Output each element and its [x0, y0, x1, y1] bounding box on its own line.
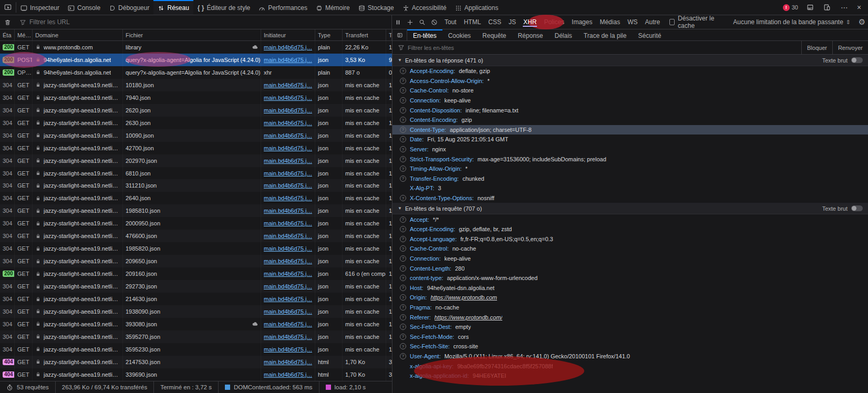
initiator-link[interactable]: main.bd4b6d75.j…	[264, 233, 312, 239]
initiator-link[interactable]: main.bd4b6d75.j…	[264, 346, 312, 353]
tab-console[interactable]: Console	[64, 0, 105, 15]
initiator-link[interactable]: main.bd4b6d75.j…	[264, 95, 312, 101]
request-row[interactable]: 304 GET jazzy-starlight-aeea19.netli… 19…	[0, 204, 392, 217]
help-icon[interactable]: ?	[400, 127, 406, 133]
throttling-dropdown[interactable]: Aucune limitation de la bande passante ⇕	[728, 18, 856, 26]
request-row[interactable]: 304 GET jazzy-starlight-aeea19.netli… 20…	[0, 217, 392, 230]
url-filter-input[interactable]	[29, 18, 391, 26]
request-row[interactable]: 200 GET jazzy-starlight-aeea19.netli… 20…	[0, 267, 392, 280]
filter-chip-ws[interactable]: WS	[624, 17, 641, 27]
header-row[interactable]: ? Content-Encoding: gzip	[392, 115, 868, 125]
header-row[interactable]: ? Strict-Transport-Security: max-age=315…	[392, 154, 868, 164]
header-row[interactable]: ? Accept: */*	[392, 214, 868, 224]
details-tab-d-lais[interactable]: Délais	[549, 29, 577, 40]
header-row[interactable]: X-Alg-PT: 3	[392, 183, 868, 193]
request-row[interactable]: 304 GET jazzy-starlight-aeea19.netli… 68…	[0, 167, 392, 180]
request-row[interactable]: 304 GET jazzy-starlight-aeea19.netli… 26…	[0, 104, 392, 117]
disable-cache-checkbox[interactable]	[669, 19, 675, 25]
details-tab-en-t-tes[interactable]: En-têtes	[407, 29, 442, 40]
help-icon[interactable]: ?	[400, 146, 406, 152]
column-header-7[interactable]: Transfert	[343, 29, 386, 40]
initiator-link[interactable]: main.bd4b6d75.j…	[264, 182, 312, 189]
help-icon[interactable]: ?	[400, 353, 406, 359]
column-header-1[interactable]: Éta	[0, 29, 15, 40]
initiator-link[interactable]: main.bd4b6d75.j…	[264, 208, 312, 214]
request-row[interactable]: 304 GET jazzy-starlight-aeea19.netli… 31…	[0, 179, 392, 192]
initiator-link[interactable]: main.bd4b6d75.j…	[264, 271, 312, 277]
request-row[interactable]: 404 GET jazzy-starlight-aeea19.netli… 21…	[0, 356, 392, 368]
clear-requests-button[interactable]	[0, 15, 15, 29]
filter-chip-images[interactable]: Images	[568, 17, 596, 27]
help-icon[interactable]: ?	[400, 156, 406, 162]
request-row[interactable]: 304 GET jazzy-starlight-aeea19.netli… 42…	[0, 142, 392, 154]
help-icon[interactable]: ?	[400, 343, 406, 349]
details-tab-r-ponse[interactable]: Réponse	[512, 29, 549, 40]
request-row[interactable]: 304 GET jazzy-starlight-aeea19.netli… 26…	[0, 192, 392, 204]
header-row[interactable]: ? Sec-Fetch-Mode: cors	[392, 332, 868, 342]
help-icon[interactable]: ?	[400, 117, 406, 123]
request-row[interactable]: 304 GET jazzy-starlight-aeea19.netli… 29…	[0, 280, 392, 293]
help-icon[interactable]: ?	[400, 294, 406, 301]
responsive-design-button[interactable]	[819, 4, 835, 11]
initiator-link[interactable]: main.bd4b6d75.j…	[264, 158, 312, 164]
initiator-link[interactable]: main.bd4b6d75.j…	[264, 321, 312, 327]
request-row[interactable]: 304 GET jazzy-starlight-aeea19.netli… 20…	[0, 154, 392, 167]
help-icon[interactable]: ?	[400, 226, 406, 232]
initiator-link[interactable]: main.bd4b6d75.j…	[264, 82, 312, 88]
help-icon[interactable]: ?	[400, 87, 406, 94]
help-icon[interactable]: ?	[400, 195, 406, 201]
initiator-link[interactable]: main.bd4b6d75.j…	[264, 258, 312, 264]
help-icon[interactable]: ?	[400, 245, 406, 252]
column-header-3[interactable]: Domaine	[33, 29, 123, 40]
request-row[interactable]: 304 GET jazzy-starlight-aeea19.netli… 20…	[0, 255, 392, 267]
help-icon[interactable]: ?	[400, 78, 406, 84]
request-row[interactable]: 304 GET jazzy-starlight-aeea19.netli… 19…	[0, 242, 392, 255]
help-icon[interactable]: ?	[400, 175, 406, 182]
header-row[interactable]: ? X-Content-Type-Options: nosniff	[392, 193, 868, 203]
help-icon[interactable]: ?	[400, 265, 406, 272]
request-row[interactable]: 304 GET jazzy-starlight-aeea19.netli… 21…	[0, 293, 392, 305]
header-row[interactable]: ? Referer: https://www.protondb.com/	[392, 312, 868, 322]
block-requests-button[interactable]	[428, 15, 440, 29]
details-tab-trace-de-la-pile[interactable]: Trace de la pile	[578, 29, 633, 40]
initiator-link[interactable]: main.bd4b6d75.j…	[264, 371, 312, 378]
header-row[interactable]: ? Accept-Encoding: deflate, gzip	[392, 66, 868, 76]
header-row[interactable]: ? Content-Length: 280	[392, 263, 868, 273]
request-row[interactable]: 304 GET jazzy-starlight-aeea19.netli… 26…	[0, 117, 392, 129]
request-row[interactable]: 304 GET jazzy-starlight-aeea19.netli… 19…	[0, 305, 392, 318]
initiator-link[interactable]: main.bd4b6d75.j…	[264, 107, 312, 113]
header-row[interactable]: ? Sec-Fetch-Dest: empty	[392, 322, 868, 332]
tab-stockage[interactable]: Stockage	[354, 0, 398, 15]
request-row[interactable]: 200 OP… 94he6yatei-dsn.algolia.net query…	[0, 66, 392, 79]
header-row[interactable]: ? Cache-Control: no-cache	[392, 244, 868, 254]
help-icon[interactable]: ?	[400, 285, 406, 291]
filter-chip-html[interactable]: HTML	[460, 17, 485, 27]
network-settings-button[interactable]: ⚙	[856, 15, 868, 29]
close-devtools-button[interactable]: ×	[852, 3, 866, 12]
initiator-link[interactable]: main.bd4b6d75.j…	[264, 296, 312, 302]
request-row[interactable]: 304 GET jazzy-starlight-aeea19.netli… 10…	[0, 129, 392, 142]
initiator-link[interactable]: main.bd4b6d75.j…	[264, 170, 312, 177]
header-row[interactable]: ? Cache-Control: no-store	[392, 86, 868, 96]
initiator-link[interactable]: main.bd4b6d75.j…	[264, 220, 312, 226]
request-row[interactable]: 200 GET www.protondb.com library main.bd…	[0, 41, 392, 54]
initiator-link[interactable]: main.bd4b6d75.j…	[264, 57, 312, 63]
help-icon[interactable]: ?	[400, 334, 406, 340]
help-icon[interactable]: ?	[400, 275, 406, 281]
header-row[interactable]: ? Date: Fri, 15 Aug 2025 21:05:14 GMT	[392, 135, 868, 144]
raw-request-toggle[interactable]	[851, 205, 863, 211]
header-row[interactable]: ? Accept-Language: fr,fr-FR;q=0.8,en-US;…	[392, 234, 868, 244]
help-icon[interactable]: ?	[400, 255, 406, 262]
help-icon[interactable]: ?	[400, 236, 406, 242]
initiator-link[interactable]: main.bd4b6d75.j…	[264, 195, 312, 201]
header-row[interactable]: ? Connection: keep-alive	[392, 96, 868, 106]
request-row[interactable]: 304 GET jazzy-starlight-aeea19.netli… 47…	[0, 230, 392, 242]
filter-chip-médias[interactable]: Médias	[596, 17, 624, 27]
details-tab-s-curit-[interactable]: Sécurité	[632, 29, 667, 40]
help-icon[interactable]: ?	[400, 216, 406, 223]
help-icon[interactable]: ?	[400, 136, 406, 142]
tab--diteur-de-style[interactable]: { }Éditeur de style	[193, 0, 254, 15]
header-row[interactable]: ? User-Agent: Mozilla/5.0 (X11; Linux x8…	[392, 351, 868, 361]
tab-m-moire[interactable]: Mémoire	[312, 0, 354, 15]
initiator-link[interactable]: main.bd4b6d75.j…	[264, 120, 312, 126]
